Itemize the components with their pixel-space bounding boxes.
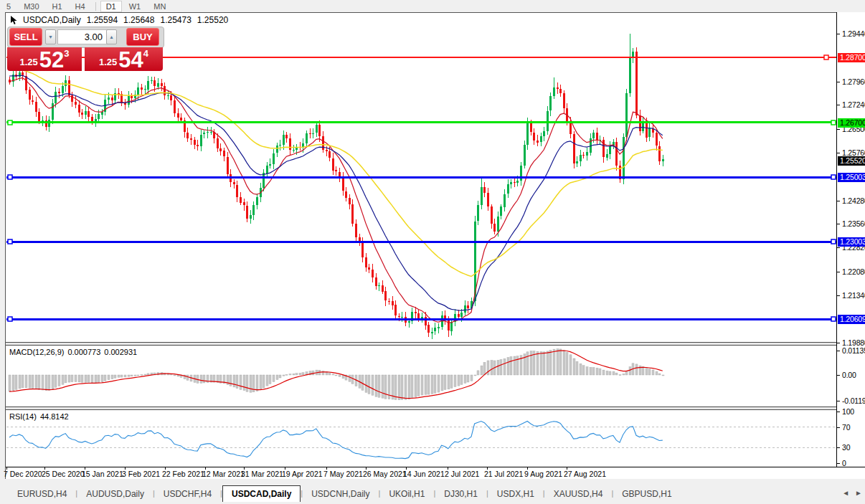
macd-histogram-bar xyxy=(566,352,568,375)
rsi-axis-tick xyxy=(837,447,840,448)
horizontal-line-1.25003[interactable] xyxy=(6,176,837,179)
macd-histogram-bar xyxy=(62,375,64,384)
chart-tab-dj30-h1[interactable]: DJ30,H1 xyxy=(435,486,486,502)
timeframe-button-w1[interactable]: W1 xyxy=(123,1,147,12)
price-axis-label: 1.29440 xyxy=(842,29,865,38)
macd-histogram-bar xyxy=(619,375,621,376)
chart-tab-eurusd-h4[interactable]: EURUSD,H4 xyxy=(9,486,75,502)
candle-wick xyxy=(300,142,301,151)
timeframe-button-mn[interactable]: MN xyxy=(148,1,171,12)
sell-price-display[interactable]: 1.25 52 3 xyxy=(7,47,82,71)
scroll-right-icon[interactable]: ► xyxy=(855,489,862,497)
macd-histogram-bar xyxy=(365,375,367,392)
rsi-panel-splitter[interactable] xyxy=(6,406,865,410)
date-axis-label: 9 Aug 2021 xyxy=(524,470,562,478)
candle-body xyxy=(533,133,535,141)
chart-tab-gbpusd-h1[interactable]: GBPUSD,H1 xyxy=(613,486,680,502)
macd-histogram-bar xyxy=(415,375,417,397)
line-handle[interactable] xyxy=(824,55,828,60)
macd-histogram-bar xyxy=(642,366,644,375)
timeframe-button-5[interactable]: 5 xyxy=(1,1,16,12)
horizontal-line-1.26700[interactable] xyxy=(6,121,837,123)
macd-histogram-bar xyxy=(35,375,37,389)
timeframe-button-h1[interactable]: H1 xyxy=(47,1,68,12)
date-axis-label: 22 Feb 2021 xyxy=(162,470,204,478)
candle-body xyxy=(563,93,565,108)
candle-body xyxy=(293,150,295,151)
ohlc-high: 1.25648 xyxy=(123,15,154,25)
chart-tab-usdchf-h4[interactable]: USDCHF,H4 xyxy=(155,486,220,502)
ohlc-open: 1.25594 xyxy=(87,15,118,25)
line-handle[interactable] xyxy=(8,317,12,321)
macd-histogram-bar xyxy=(411,375,413,398)
macd-histogram-bar xyxy=(514,356,516,375)
macd-axis-label: 0.00 xyxy=(842,371,856,379)
macd-histogram-bar xyxy=(293,374,295,375)
line-handle[interactable] xyxy=(831,239,836,244)
timeframe-button-m30[interactable]: M30 xyxy=(18,1,44,12)
chart-tab-usdcad-daily[interactable]: USDCAD,Daily xyxy=(222,485,301,502)
macd-histogram-bar xyxy=(656,371,658,375)
scroll-left-icon[interactable]: ◄ xyxy=(842,489,849,497)
chart-tab-ukoil-h1[interactable]: UKOil,H1 xyxy=(380,486,433,502)
volume-increase-button[interactable]: ▲ xyxy=(106,29,117,44)
candle-body xyxy=(438,327,440,328)
macd-histogram-bar xyxy=(557,349,559,375)
macd-histogram-bar xyxy=(421,375,423,395)
candle-body xyxy=(52,103,54,120)
candle-body xyxy=(408,321,410,323)
macd-histogram-bar xyxy=(98,375,100,382)
macd-histogram-bar xyxy=(85,375,87,382)
candle-body xyxy=(68,80,70,95)
line-handle[interactable] xyxy=(831,120,836,125)
date-axis-label: 31 Mar 2021 xyxy=(241,470,283,478)
candle-body xyxy=(240,197,242,203)
chart-tab-usdcnh-daily[interactable]: USDCNH,Daily xyxy=(303,486,378,502)
candle-body xyxy=(153,80,156,86)
rsi-panel-plot[interactable] xyxy=(6,409,837,467)
candle-body xyxy=(467,305,469,308)
candle-body xyxy=(458,314,460,317)
buy-button[interactable]: BUY xyxy=(126,28,159,46)
macd-histogram-bar xyxy=(81,375,83,382)
macd-histogram-bar xyxy=(114,375,116,378)
macd-histogram-bar xyxy=(599,369,601,375)
line-handle[interactable] xyxy=(831,175,836,179)
macd-panel-splitter[interactable] xyxy=(6,342,865,346)
line-handle[interactable] xyxy=(8,120,12,125)
line-handle[interactable] xyxy=(831,317,836,321)
macd-histogram-bar xyxy=(438,375,440,392)
macd-histogram-bar xyxy=(613,371,615,375)
candle-body xyxy=(167,95,169,96)
horizontal-line-1.20609[interactable] xyxy=(6,318,837,320)
horizontal-line-1.23003[interactable] xyxy=(6,241,837,243)
macd-axis-tick xyxy=(837,351,840,351)
volume-input[interactable] xyxy=(57,29,108,44)
candle-body xyxy=(658,146,661,161)
timeframe-button-d1[interactable]: D1 xyxy=(100,1,122,12)
candle-body xyxy=(35,102,37,112)
candle-body xyxy=(306,133,308,143)
candle-body xyxy=(279,145,281,146)
macd-histogram-bar xyxy=(48,375,50,390)
line-handle[interactable] xyxy=(8,175,12,179)
price-axis-tick xyxy=(837,272,840,272)
volume-decrease-button[interactable]: ▼ xyxy=(45,29,56,44)
candle-body xyxy=(592,133,595,138)
timeframe-button-h4[interactable]: H4 xyxy=(70,1,91,12)
candle-body xyxy=(144,89,146,90)
candle-body xyxy=(157,83,159,87)
sell-button[interactable]: SELL xyxy=(9,28,42,46)
chart-tab-audusd-daily[interactable]: AUDUSD,Daily xyxy=(77,486,153,502)
candle-body xyxy=(85,111,87,115)
chart-tab-usdx-h1[interactable]: USDX,H1 xyxy=(488,486,543,502)
line-handle[interactable] xyxy=(8,239,12,244)
macd-histogram-bar xyxy=(203,375,205,383)
macd-histogram-bar xyxy=(233,375,235,387)
candle-body xyxy=(415,312,417,313)
chart-tab-xauusd-h4[interactable]: XAUUSD,H4 xyxy=(545,486,612,502)
date-axis-label: 7 May 2021 xyxy=(323,470,363,478)
macd-histogram-bar xyxy=(9,375,11,391)
buy-price-display[interactable]: 1.25 54 4 xyxy=(85,47,163,71)
macd-histogram-bar xyxy=(101,375,103,382)
